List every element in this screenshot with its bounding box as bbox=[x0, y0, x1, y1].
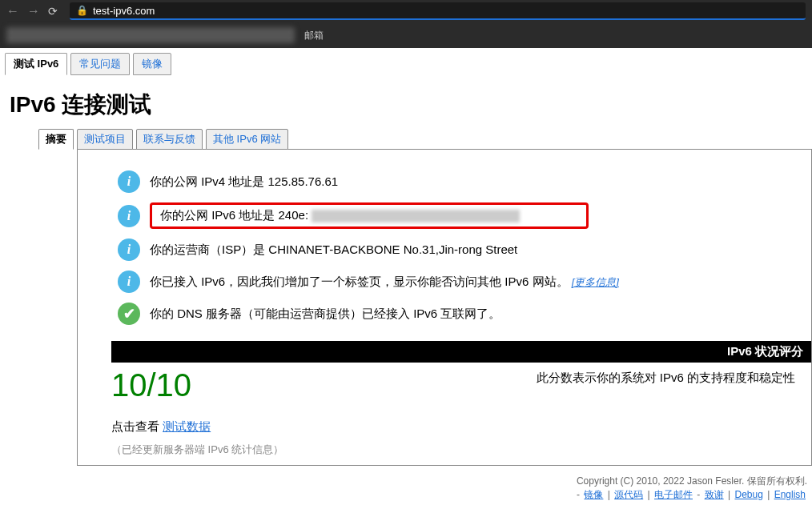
tab-test-ipv6[interactable]: 测试 IPv6 bbox=[5, 53, 67, 75]
footer: Copyright (C) 2010, 2022 Jason Fesler. 保… bbox=[577, 475, 807, 502]
footer-links: - 镜像 | 源代码 | 电子邮件 - 致谢 | Debug | English bbox=[577, 488, 807, 502]
page-title: IPv6 连接测试 bbox=[0, 78, 812, 128]
score-row: 10/10 此分数表示你的系统对 IPv6 的支持程度和稳定性 bbox=[78, 367, 811, 403]
page-content: 测试 IPv6 常见问题 镜像 IPv6 连接测试 摘要 测试项目 联系与反馈 … bbox=[0, 48, 812, 466]
footer-link-english[interactable]: English bbox=[774, 489, 806, 500]
ipv6-address-blurred bbox=[312, 210, 520, 222]
ipv6-highlight-box: 你的公网 IPv6 地址是 240e: bbox=[150, 202, 589, 229]
bookmarks-bar: 邮箱 bbox=[0, 22, 812, 48]
tab-tests[interactable]: 测试项目 bbox=[77, 129, 133, 150]
info-row-tab-added: i 你已接入 IPv6，因此我们增加了一个标签页，显示你能否访问其他 IPv6 … bbox=[78, 266, 811, 298]
bookmarks-blurred bbox=[6, 27, 295, 43]
back-button[interactable]: ← bbox=[6, 4, 19, 18]
score-bar: IPv6 状况评分 bbox=[111, 341, 811, 363]
footer-link-thanks[interactable]: 致谢 bbox=[705, 489, 724, 500]
inner-tabs: 摘要 测试项目 联系与反馈 其他 IPv6 网站 bbox=[38, 128, 812, 149]
score-desc: 此分数表示你的系统对 IPv6 的支持程度和稳定性 bbox=[537, 367, 795, 386]
url-bar[interactable]: 🔒 test-ipv6.com bbox=[70, 2, 806, 20]
check-icon: ✔ bbox=[118, 303, 140, 325]
url-text: test-ipv6.com bbox=[93, 5, 155, 17]
dns-text: 你的 DNS 服务器（可能由运营商提供）已经接入 IPv6 互联网了。 bbox=[150, 307, 500, 322]
click-view: 点击查看 测试数据 bbox=[78, 403, 811, 438]
tab-mirrors[interactable]: 镜像 bbox=[133, 53, 171, 75]
tab-added-text: 你已接入 IPv6，因此我们增加了一个标签页，显示你能否访问其他 IPv6 网站… bbox=[150, 275, 619, 290]
ipv6-prefix: 你的公网 IPv6 地址是 240e: bbox=[160, 208, 308, 223]
info-row-ipv6: i 你的公网 IPv6 地址是 240e: bbox=[78, 198, 811, 234]
footer-link-email[interactable]: 电子邮件 bbox=[654, 489, 693, 500]
tab-faq[interactable]: 常见问题 bbox=[70, 53, 130, 75]
more-info-link[interactable]: [更多信息] bbox=[572, 276, 619, 288]
footer-link-source[interactable]: 源代码 bbox=[614, 489, 643, 500]
footer-link-mirrors[interactable]: 镜像 bbox=[584, 489, 603, 500]
stats-note: （已经更新服务器端 IPv6 统计信息） bbox=[78, 438, 811, 457]
lock-icon: 🔒 bbox=[76, 5, 88, 16]
refresh-button[interactable]: ⟳ bbox=[48, 5, 58, 18]
tab-other-sites[interactable]: 其他 IPv6 网站 bbox=[206, 129, 288, 150]
tab-contact[interactable]: 联系与反馈 bbox=[136, 129, 203, 150]
summary-panel: i 你的公网 IPv4 地址是 125.85.76.61 i 你的公网 IPv6… bbox=[77, 149, 812, 466]
info-row-dns: ✔ 你的 DNS 服务器（可能由运营商提供）已经接入 IPv6 互联网了。 bbox=[78, 298, 811, 330]
info-icon: i bbox=[118, 170, 140, 193]
info-icon: i bbox=[118, 205, 140, 227]
bookmark-label[interactable]: 邮箱 bbox=[304, 29, 324, 42]
score-value: 10/10 bbox=[111, 367, 191, 403]
info-icon: i bbox=[118, 271, 140, 293]
info-row-ipv4: i 你的公网 IPv4 地址是 125.85.76.61 bbox=[78, 166, 811, 198]
test-data-link[interactable]: 测试数据 bbox=[163, 419, 211, 433]
info-row-isp: i 你的运营商（ISP）是 CHINANET-BACKBONE No.31,Ji… bbox=[78, 234, 811, 266]
isp-text: 你的运营商（ISP）是 CHINANET-BACKBONE No.31,Jin-… bbox=[150, 242, 517, 258]
forward-button[interactable]: → bbox=[27, 4, 40, 18]
copyright: Copyright (C) 2010, 2022 Jason Fesler. 保… bbox=[577, 475, 807, 488]
browser-toolbar: ← → ⟳ 🔒 test-ipv6.com bbox=[0, 0, 812, 22]
ipv4-text: 你的公网 IPv4 地址是 125.85.76.61 bbox=[150, 174, 338, 190]
info-icon: i bbox=[118, 238, 140, 261]
tab-summary[interactable]: 摘要 bbox=[38, 129, 74, 150]
footer-link-debug[interactable]: Debug bbox=[734, 489, 762, 500]
top-tabs: 测试 IPv6 常见问题 镜像 bbox=[0, 48, 812, 75]
